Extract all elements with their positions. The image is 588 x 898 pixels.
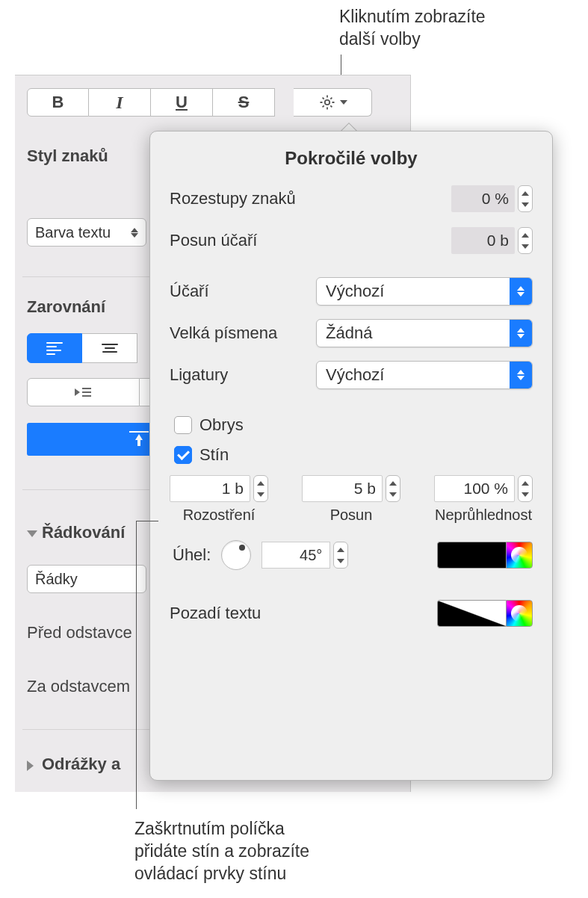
strikethrough-button[interactable]: S — [213, 88, 275, 117]
align-top-icon — [129, 431, 149, 448]
svg-rect-2 — [82, 391, 91, 393]
stepper-icon[interactable] — [333, 542, 348, 569]
align-center-icon — [102, 344, 118, 353]
shadow-opacity-value[interactable]: 100 % — [434, 475, 515, 502]
ligatures-row: Ligatury Výchozí — [170, 360, 533, 390]
caps-row: Velká písmena Žádná — [170, 318, 533, 348]
text-color-label: Barva textu — [35, 224, 111, 241]
color-picker-icon[interactable] — [506, 600, 533, 627]
line-spacing-popup[interactable]: Řádky — [27, 565, 146, 593]
ligatures-choice: Výchozí — [326, 365, 384, 385]
baseline-choice: Výchozí — [326, 282, 384, 301]
gear-icon — [318, 93, 336, 111]
baseline-select[interactable]: Výchozí — [316, 277, 533, 306]
callout-top-text: Kliknutím zobrazítedalší volby — [339, 7, 486, 49]
shadow-label: Stín — [199, 445, 229, 465]
angle-label: Úhel: — [173, 545, 211, 565]
spacing-heading: Řádkování — [42, 523, 125, 542]
popover-title: Pokročilé volby — [170, 148, 533, 169]
underline-label: U — [176, 93, 188, 112]
text-color-popup[interactable]: Barva textu — [27, 218, 146, 247]
bold-label: B — [52, 93, 64, 112]
shadow-offset-value[interactable]: 5 b — [302, 475, 383, 502]
shadow-blur-label: Rozostření — [183, 507, 256, 524]
baseline-label: Účaří — [170, 282, 316, 301]
advanced-options-button[interactable] — [294, 88, 372, 117]
text-background-row: Pozadí textu — [170, 598, 533, 628]
shadow-checkbox-row: Stín — [174, 445, 533, 465]
angle-value[interactable]: 45° — [261, 542, 330, 569]
angle-dial[interactable] — [221, 540, 251, 570]
tracking-value[interactable]: 0 % — [451, 185, 515, 212]
svg-rect-4 — [129, 431, 149, 433]
caps-select[interactable]: Žádná — [316, 319, 533, 347]
outdent-icon — [73, 385, 93, 399]
italic-label: I — [116, 93, 123, 113]
bullets-heading: Odrážky a — [42, 755, 120, 774]
stepper-icon[interactable] — [518, 227, 533, 254]
shadow-offset-group: 5 b Posun — [302, 475, 400, 524]
callout-top: Kliknutím zobrazítedalší volby — [339, 6, 486, 51]
angle-stepper[interactable]: 45° — [261, 542, 348, 569]
lines-label: Řádky — [35, 571, 78, 588]
shadow-opacity-label: Neprůhlednost — [435, 507, 532, 524]
bold-button[interactable]: B — [27, 88, 89, 117]
tracking-label: Rozestupy znaků — [170, 189, 451, 208]
ligatures-select[interactable]: Výchozí — [316, 361, 533, 389]
stepper-icon[interactable] — [518, 185, 533, 212]
underline-button[interactable]: U — [151, 88, 213, 117]
caps-label: Velká písmena — [170, 323, 316, 343]
disclosure-icon[interactable] — [27, 761, 34, 771]
outline-checkbox[interactable] — [174, 416, 192, 434]
ligatures-label: Ligatury — [170, 365, 316, 385]
strike-label: S — [238, 93, 250, 112]
advanced-options-popover: Pokročilé volby Rozestupy znaků 0 % Posu… — [149, 131, 553, 781]
color-picker-icon[interactable] — [506, 542, 533, 569]
char-style-heading: Styl znaků — [27, 146, 108, 166]
after-para-label: Za odstavcem — [27, 677, 130, 696]
before-para-label: Před odstavce — [27, 623, 132, 642]
text-background-color-well[interactable] — [437, 600, 533, 627]
stepper-icon[interactable] — [253, 475, 268, 502]
shadow-checkbox[interactable] — [174, 446, 192, 464]
shadow-blur-group: 1 b Rozostření — [170, 475, 268, 524]
shadow-opacity-group: 100 % Neprůhlednost — [434, 475, 533, 524]
shadow-color-well[interactable] — [437, 542, 533, 569]
disclosure-icon[interactable] — [27, 530, 37, 537]
tracking-stepper[interactable]: 0 % — [451, 185, 533, 212]
svg-rect-3 — [82, 395, 91, 397]
svg-point-0 — [324, 100, 329, 105]
color-swatch[interactable] — [437, 600, 506, 627]
baseline-shift-stepper[interactable]: 0 b — [451, 227, 533, 254]
tracking-row: Rozestupy znaků 0 % — [170, 184, 533, 214]
align-left-button[interactable] — [27, 333, 82, 363]
chevron-down-icon — [340, 100, 347, 105]
svg-rect-1 — [82, 388, 91, 389]
callout-line — [136, 521, 137, 809]
shadow-blur-value[interactable]: 1 b — [170, 475, 250, 502]
alignment-segmented — [27, 333, 137, 363]
shadow-controls-row: 1 b Rozostření 5 b Posun 100 % Neprůhled… — [170, 475, 533, 524]
baseline-shift-label: Posun účaří — [170, 231, 451, 250]
align-left-icon — [46, 342, 63, 355]
color-swatch[interactable] — [437, 542, 506, 569]
alignment-heading: Zarovnání — [27, 297, 105, 317]
align-center-button[interactable] — [82, 333, 137, 363]
text-style-toolbar: B I U S — [27, 88, 372, 117]
text-background-label: Pozadí textu — [170, 604, 437, 623]
outline-label: Obrys — [199, 415, 244, 435]
stepper-icon[interactable] — [518, 475, 533, 502]
shadow-angle-row: Úhel: 45° — [170, 540, 533, 570]
shadow-offset-label: Posun — [330, 507, 373, 524]
stepper-icon[interactable] — [386, 475, 400, 502]
callout-bottom: Zaškrtnutím políčkapřidáte stín a zobraz… — [134, 818, 309, 885]
italic-button[interactable]: I — [89, 88, 151, 117]
outline-checkbox-row: Obrys — [174, 415, 533, 435]
baseline-shift-value[interactable]: 0 b — [451, 227, 515, 254]
baseline-shift-row: Posun účaří 0 b — [170, 226, 533, 256]
callout-bottom-text: Zaškrtnutím políčkapřidáte stín a zobraz… — [134, 819, 309, 883]
decrease-indent-button[interactable] — [27, 378, 140, 406]
caps-choice: Žádná — [326, 323, 372, 343]
baseline-row: Účaří Výchozí — [170, 276, 533, 306]
